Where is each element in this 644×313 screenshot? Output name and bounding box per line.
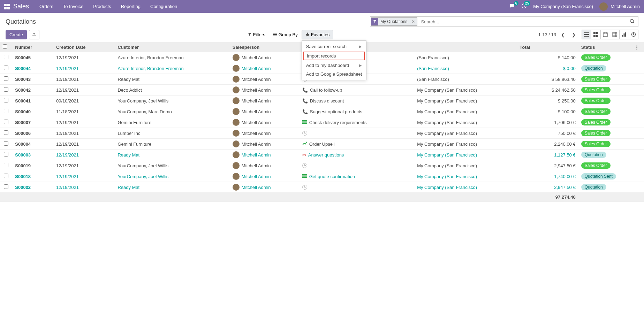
cell-status[interactable]: Sales Order (578, 52, 632, 63)
col-options[interactable]: ⋮ (632, 42, 644, 52)
create-button[interactable]: Create (6, 30, 27, 39)
user-menu[interactable]: Mitchell Admin (599, 2, 640, 11)
cell-activity[interactable]: 📞Suggest optional products (300, 106, 414, 117)
cell-date[interactable]: 12/19/2021 (53, 150, 115, 160)
cell-number[interactable]: S00042 (12, 85, 53, 96)
cell-total[interactable]: 2,947.50 € (517, 160, 578, 171)
cell-company[interactable]: My Company (San Francisco) (414, 160, 517, 171)
company-selector[interactable]: My Company (San Francisco) (533, 4, 593, 9)
messages-icon[interactable]: 6 (509, 3, 515, 10)
cell-date[interactable]: 12/19/2021 (53, 171, 115, 182)
cell-customer[interactable]: YourCompany, Marc Demo (115, 106, 229, 117)
phone-icon[interactable]: 📞 (302, 87, 308, 93)
cell-date[interactable]: 12/19/2021 (53, 182, 115, 193)
table-row[interactable]: S0001912/19/2021YourCompany, Joel Willis… (0, 160, 644, 171)
phone-icon[interactable]: 📞 (302, 109, 308, 114)
cell-status[interactable]: Sales Order (578, 74, 632, 85)
cell-status[interactable]: Quotation (578, 150, 632, 160)
select-all-checkbox[interactable] (3, 44, 7, 49)
cell-number[interactable]: S00007 (12, 117, 53, 128)
cell-total[interactable]: 1,740.00 € (517, 171, 578, 182)
cell-number[interactable]: S00045 (12, 52, 53, 63)
col-total[interactable]: Total (517, 42, 578, 52)
phone-icon[interactable]: 📞 (302, 98, 308, 104)
nav-products[interactable]: Products (93, 4, 111, 9)
bars-icon[interactable] (302, 174, 307, 179)
cell-total[interactable]: 750.00 € (517, 128, 578, 139)
cell-activity[interactable]: ✉Answer questions (300, 150, 414, 160)
cell-salesperson[interactable]: Mitchell Admin (230, 139, 300, 150)
cell-number[interactable]: S00040 (12, 106, 53, 117)
clock-icon[interactable] (302, 131, 307, 136)
cell-salesperson[interactable]: Mitchell Admin (230, 171, 300, 182)
cell-number[interactable]: S00002 (12, 182, 53, 193)
cell-customer[interactable]: Ready Mat (115, 150, 229, 160)
cell-date[interactable]: 12/19/2021 (53, 117, 115, 128)
cell-customer[interactable]: Azure Interior, Brandon Freeman (115, 52, 229, 63)
cell-number[interactable]: S00044 (12, 63, 53, 74)
cell-activity[interactable]: 📞Call to follow-up (300, 85, 414, 96)
col-customer[interactable]: Customer (115, 42, 229, 52)
pager-value[interactable]: 1-13 / 13 (538, 32, 556, 37)
cell-total[interactable]: $ 250.00 (517, 96, 578, 106)
cell-customer[interactable]: Lumber Inc (115, 128, 229, 139)
cell-status[interactable]: Quotation (578, 63, 632, 74)
cell-customer[interactable]: Deco Addict (115, 85, 229, 96)
cell-status[interactable]: Sales Order (578, 128, 632, 139)
cell-total[interactable]: 2,947.50 € (517, 182, 578, 193)
table-row[interactable]: S0000312/19/2021Ready MatMitchell Admin✉… (0, 150, 644, 160)
col-company[interactable] (414, 42, 517, 52)
cell-company[interactable]: (San Francisco) (414, 52, 517, 63)
cell-salesperson[interactable]: Mitchell Admin (230, 128, 300, 139)
cell-status[interactable]: Sales Order (578, 106, 632, 117)
row-checkbox[interactable] (4, 98, 8, 102)
nav-configuration[interactable]: Configuration (150, 4, 177, 9)
cell-date[interactable]: 12/19/2021 (53, 160, 115, 171)
cell-status[interactable]: Sales Order (578, 160, 632, 171)
row-checkbox[interactable] (4, 163, 8, 167)
pager-prev[interactable]: ❮ (559, 31, 567, 39)
cell-salesperson[interactable]: Mitchell Admin (230, 63, 300, 74)
cell-company[interactable]: My Company (San Francisco) (414, 182, 517, 193)
search-input[interactable] (418, 17, 626, 26)
cell-activity[interactable]: Check delivery requirements (300, 117, 414, 128)
filters-button[interactable]: Filters (244, 30, 269, 39)
row-checkbox[interactable] (4, 174, 8, 178)
cell-date[interactable]: 12/19/2021 (53, 74, 115, 85)
view-activity[interactable] (629, 30, 638, 39)
row-checkbox[interactable] (4, 55, 8, 59)
cell-number[interactable]: S00041 (12, 96, 53, 106)
cell-company[interactable]: My Company (San Francisco) (414, 128, 517, 139)
dd-add-dashboard[interactable]: Add to my dashboard▶ (302, 61, 366, 70)
cell-number[interactable]: S00004 (12, 139, 53, 150)
view-calendar[interactable] (600, 30, 610, 39)
cell-customer[interactable]: Ready Mat (115, 182, 229, 193)
cell-customer[interactable]: YourCompany, Joel Willis (115, 96, 229, 106)
col-status[interactable]: Status (578, 42, 632, 52)
chart-icon[interactable] (302, 142, 307, 147)
cell-date[interactable]: 11/18/2021 (53, 106, 115, 117)
row-checkbox[interactable] (4, 76, 8, 81)
cell-total[interactable]: 1,706.00 € (517, 117, 578, 128)
cell-salesperson[interactable]: Mitchell Admin (230, 160, 300, 171)
cell-customer[interactable]: Gemini Furniture (115, 117, 229, 128)
cell-status[interactable]: Sales Order (578, 85, 632, 96)
cell-number[interactable]: S00006 (12, 128, 53, 139)
app-brand[interactable]: Sales (13, 3, 29, 10)
table-row[interactable]: S0000212/19/2021Ready MatMitchell AdminM… (0, 182, 644, 193)
groupby-button[interactable]: Group By (269, 30, 302, 39)
cell-number[interactable]: S00019 (12, 160, 53, 171)
cell-company[interactable]: My Company (San Francisco) (414, 150, 517, 160)
cell-salesperson[interactable]: Mitchell Admin (230, 52, 300, 63)
table-row[interactable]: S0004109/10/2021YourCompany, Joel Willis… (0, 96, 644, 106)
cell-date[interactable]: 12/19/2021 (53, 139, 115, 150)
row-checkbox[interactable] (4, 141, 8, 146)
cell-salesperson[interactable]: Mitchell Admin (230, 150, 300, 160)
search-icon[interactable] (626, 19, 638, 25)
view-list[interactable] (582, 30, 591, 39)
bars-icon[interactable] (302, 120, 307, 125)
table-row[interactable]: S0000412/19/2021Gemini FurnitureMitchell… (0, 139, 644, 150)
table-row[interactable]: S0000712/19/2021Gemini FurnitureMitchell… (0, 117, 644, 128)
dd-add-google[interactable]: Add to Google Spreadsheet (302, 70, 366, 78)
cell-status[interactable]: Quotation Sent (578, 171, 632, 182)
